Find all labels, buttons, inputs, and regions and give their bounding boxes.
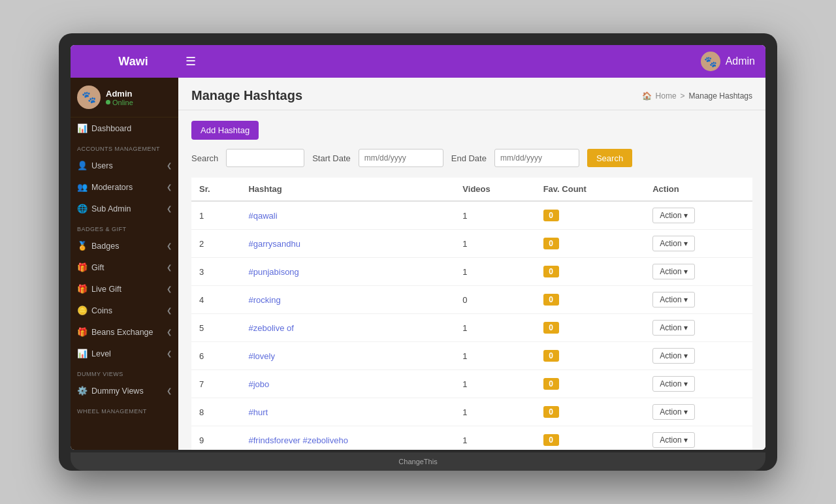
cell-fav-count: 0 bbox=[536, 398, 645, 426]
hashtag-link[interactable]: #qawali bbox=[248, 211, 277, 221]
cell-sr: 2 bbox=[191, 230, 240, 258]
subadmin-icon: 🌐 bbox=[77, 204, 88, 213]
chevron-right-icon: ❮ bbox=[167, 264, 172, 271]
chevron-right-icon: ❮ bbox=[167, 387, 172, 394]
sidebar-item-label: Live Gift bbox=[91, 285, 121, 294]
cell-sr: 1 bbox=[191, 201, 240, 230]
table-row: 6 #lovely 1 0 Action ▾ bbox=[191, 342, 752, 370]
action-button[interactable]: Action ▾ bbox=[652, 376, 695, 392]
cell-fav-count: 0 bbox=[536, 230, 645, 258]
level-icon: 📊 bbox=[77, 349, 88, 358]
cell-action: Action ▾ bbox=[645, 201, 752, 230]
fav-badge: 0 bbox=[543, 350, 559, 362]
table-row: 8 #hurt 1 0 Action ▾ bbox=[191, 398, 752, 426]
breadcrumb: 🏠 Home > Manage Hashtags bbox=[642, 91, 752, 101]
hashtag-link[interactable]: #lovely bbox=[248, 351, 274, 361]
sidebar-item-label: Users bbox=[91, 161, 113, 170]
col-action: Action bbox=[645, 178, 752, 201]
hashtag-link[interactable]: #rocking bbox=[248, 295, 280, 305]
cell-fav-count: 0 bbox=[536, 314, 645, 342]
admin-area: 🐾 Admin bbox=[701, 52, 755, 71]
cell-sr: 7 bbox=[191, 370, 240, 398]
start-date-input[interactable] bbox=[359, 149, 443, 167]
sidebar-item-label: Dashboard bbox=[91, 124, 131, 133]
breadcrumb-home-icon: 🏠 bbox=[642, 91, 652, 101]
sidebar-item-users[interactable]: 👤 Users ❮ bbox=[71, 155, 178, 176]
laptop-brand: ChangeThis bbox=[398, 458, 437, 465]
cell-sr: 6 bbox=[191, 342, 240, 370]
hashtag-link[interactable]: #jobo bbox=[248, 379, 269, 389]
sidebar-item-dummyviews[interactable]: ⚙️ Dummy Views ❮ bbox=[71, 380, 178, 402]
search-input[interactable] bbox=[226, 149, 304, 167]
sidebar-item-subadmin[interactable]: 🌐 Sub Admin ❮ bbox=[71, 198, 178, 219]
cell-videos: 1 bbox=[455, 314, 535, 342]
table-row: 3 #punjabisong 1 0 Action ▾ bbox=[191, 258, 752, 286]
brand-logo: Wawi bbox=[81, 55, 185, 69]
fav-badge: 0 bbox=[543, 378, 559, 390]
section-label-badges: BADGES & GIFT bbox=[71, 219, 178, 235]
col-sr: Sr. bbox=[191, 178, 240, 201]
sidebar-item-label: Badges bbox=[91, 242, 119, 251]
cell-fav-count: 0 bbox=[536, 286, 645, 314]
sidebar-item-badges[interactable]: 🏅 Badges ❮ bbox=[71, 235, 178, 257]
fav-badge: 0 bbox=[543, 266, 559, 277]
action-button[interactable]: Action ▾ bbox=[652, 292, 695, 307]
cell-sr: 4 bbox=[191, 286, 240, 314]
cell-videos: 1 bbox=[455, 230, 535, 258]
breadcrumb-separator: > bbox=[681, 91, 685, 101]
fav-badge: 0 bbox=[543, 434, 559, 446]
action-button[interactable]: Action ▾ bbox=[652, 348, 695, 364]
sidebar-item-label: Beans Exchange bbox=[91, 328, 153, 337]
add-hashtag-button[interactable]: Add Hashtag bbox=[191, 121, 259, 140]
cell-action: Action ▾ bbox=[645, 398, 752, 426]
admin-label: Admin bbox=[726, 55, 755, 67]
hashtag-link[interactable]: #zebolive of bbox=[248, 323, 293, 333]
end-date-input[interactable] bbox=[494, 149, 579, 167]
hashtag-link[interactable]: #punjabisong bbox=[248, 267, 298, 277]
chevron-right-icon: ❮ bbox=[167, 183, 172, 191]
action-button[interactable]: Action ▾ bbox=[652, 264, 695, 279]
action-button[interactable]: Action ▾ bbox=[652, 320, 695, 336]
cell-action: Action ▾ bbox=[645, 258, 752, 286]
action-button[interactable]: Action ▾ bbox=[652, 404, 695, 420]
sidebar-item-beans[interactable]: 🎁 Beans Exchange ❮ bbox=[71, 321, 178, 343]
sidebar-item-dashboard[interactable]: 📊 Dashboard bbox=[71, 118, 178, 139]
hashtag-link[interactable]: #frindsforever #zeboliveho bbox=[248, 435, 347, 445]
gift-icon: 🎁 bbox=[77, 262, 88, 272]
chevron-right-icon: ❮ bbox=[167, 350, 172, 357]
cell-hashtag: #hurt bbox=[240, 398, 455, 426]
action-button[interactable]: Action ▾ bbox=[652, 236, 695, 251]
hashtag-link[interactable]: #garrysandhu bbox=[248, 239, 300, 249]
table-row: 9 #frindsforever #zeboliveho 1 0 Action … bbox=[191, 426, 752, 450]
cell-videos: 1 bbox=[455, 201, 535, 230]
action-button[interactable]: Action ▾ bbox=[652, 208, 695, 223]
avatar: 🐾 bbox=[701, 52, 720, 71]
sidebar-item-moderators[interactable]: 👥 Moderators ❮ bbox=[71, 176, 178, 198]
breadcrumb-current: Manage Hashtags bbox=[689, 91, 752, 101]
hashtags-table: Sr. Hashtag Videos Fav. Count Action 1 #… bbox=[191, 178, 752, 450]
cell-action: Action ▾ bbox=[645, 426, 752, 450]
hamburger-icon[interactable]: ☰ bbox=[185, 54, 196, 69]
sidebar-item-coins[interactable]: 🪙 Coins ❮ bbox=[71, 300, 178, 321]
user-info: Admin Online bbox=[106, 89, 133, 106]
table-row: 5 #zebolive of 1 0 Action ▾ bbox=[191, 314, 752, 342]
chevron-right-icon: ❮ bbox=[167, 307, 172, 314]
cell-action: Action ▾ bbox=[645, 314, 752, 342]
search-button[interactable]: Search bbox=[587, 149, 632, 167]
dashboard-icon: 📊 bbox=[77, 123, 88, 133]
sidebar-item-gift[interactable]: 🎁 Gift ❮ bbox=[71, 257, 178, 278]
coins-icon: 🪙 bbox=[77, 306, 88, 315]
badges-icon: 🏅 bbox=[77, 241, 88, 251]
page-title: Manage Hashtags bbox=[191, 88, 302, 103]
hashtag-link[interactable]: #hurt bbox=[248, 407, 268, 417]
chevron-right-icon: ❮ bbox=[167, 328, 172, 336]
sidebar-item-livegift[interactable]: 🎁 Live Gift ❮ bbox=[71, 278, 178, 300]
cell-videos: 0 bbox=[455, 286, 535, 314]
table-row: 4 #rocking 0 0 Action ▾ bbox=[191, 286, 752, 314]
action-button[interactable]: Action ▾ bbox=[652, 432, 695, 448]
sidebar-item-level[interactable]: 📊 Level ❮ bbox=[71, 343, 178, 364]
sidebar-item-label: Dummy Views bbox=[91, 386, 144, 396]
cell-hashtag: #garrysandhu bbox=[240, 230, 455, 258]
table-row: 2 #garrysandhu 1 0 Action ▾ bbox=[191, 230, 752, 258]
filter-row: Search Start Date End Date Search bbox=[191, 149, 752, 167]
